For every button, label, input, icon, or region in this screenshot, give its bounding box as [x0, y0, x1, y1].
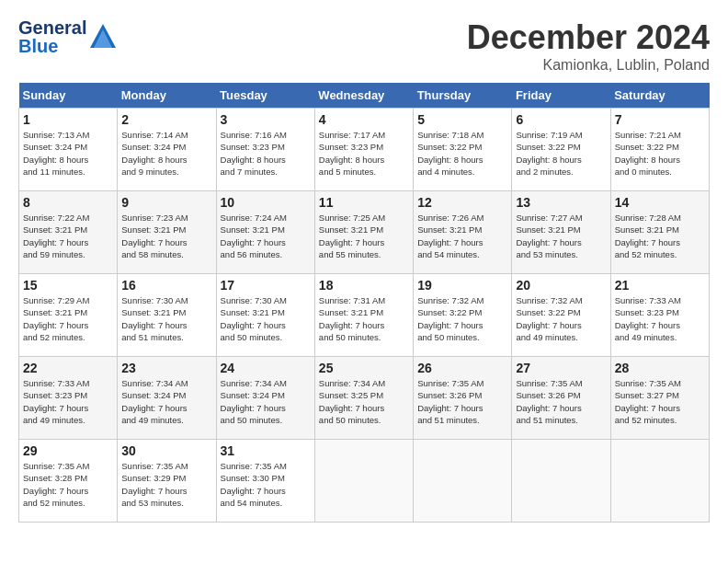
- day-info: Sunrise: 7:35 AM Sunset: 3:29 PM Dayligh…: [121, 460, 211, 509]
- day-number: 25: [319, 361, 409, 375]
- day-info: Sunrise: 7:30 AM Sunset: 3:21 PM Dayligh…: [221, 294, 311, 343]
- calendar-day-19: 19Sunrise: 7:32 AM Sunset: 3:22 PM Dayli…: [414, 274, 512, 357]
- day-number: 16: [121, 278, 211, 293]
- month-title: December 2024: [467, 18, 710, 57]
- calendar-day-25: 25Sunrise: 7:34 AM Sunset: 3:25 PM Dayli…: [314, 357, 413, 440]
- logo-line1: General: [18, 18, 86, 37]
- day-number: 29: [23, 443, 113, 458]
- calendar-day-21: 21Sunrise: 7:33 AM Sunset: 3:23 PM Dayli…: [610, 274, 709, 357]
- day-info: Sunrise: 7:21 AM Sunset: 3:22 PM Dayligh…: [615, 129, 705, 178]
- day-number: 11: [319, 195, 409, 210]
- day-number: 7: [615, 112, 705, 127]
- weekday-header-row: SundayMondayTuesdayWednesdayThursdayFrid…: [19, 83, 710, 109]
- calendar-day-empty: [512, 440, 610, 523]
- calendar-week-row: 8Sunrise: 7:22 AM Sunset: 3:21 PM Daylig…: [19, 191, 710, 274]
- day-info: Sunrise: 7:19 AM Sunset: 3:22 PM Dayligh…: [516, 129, 606, 178]
- day-info: Sunrise: 7:28 AM Sunset: 3:21 PM Dayligh…: [615, 212, 705, 260]
- logo-text: General Blue: [18, 18, 86, 55]
- calendar-day-22: 22Sunrise: 7:33 AM Sunset: 3:23 PM Dayli…: [19, 357, 118, 440]
- weekday-friday: Friday: [512, 83, 610, 109]
- day-number: 31: [221, 443, 311, 458]
- calendar-day-12: 12Sunrise: 7:26 AM Sunset: 3:21 PM Dayli…: [414, 191, 512, 274]
- day-number: 17: [221, 278, 311, 293]
- day-info: Sunrise: 7:16 AM Sunset: 3:23 PM Dayligh…: [221, 129, 311, 178]
- day-info: Sunrise: 7:35 AM Sunset: 3:26 PM Dayligh…: [516, 377, 606, 426]
- day-info: Sunrise: 7:33 AM Sunset: 3:23 PM Dayligh…: [23, 377, 113, 426]
- calendar-day-23: 23Sunrise: 7:34 AM Sunset: 3:24 PM Dayli…: [118, 357, 216, 440]
- weekday-saturday: Saturday: [610, 83, 709, 109]
- day-number: 21: [615, 278, 705, 293]
- calendar-day-30: 30Sunrise: 7:35 AM Sunset: 3:29 PM Dayli…: [118, 440, 216, 523]
- day-info: Sunrise: 7:29 AM Sunset: 3:21 PM Dayligh…: [23, 294, 113, 343]
- calendar-week-row: 1Sunrise: 7:13 AM Sunset: 3:24 PM Daylig…: [19, 109, 710, 191]
- calendar-day-24: 24Sunrise: 7:34 AM Sunset: 3:24 PM Dayli…: [216, 357, 314, 440]
- logo-line2: Blue: [18, 37, 86, 55]
- day-info: Sunrise: 7:24 AM Sunset: 3:21 PM Dayligh…: [221, 212, 311, 260]
- day-info: Sunrise: 7:34 AM Sunset: 3:24 PM Dayligh…: [121, 377, 211, 426]
- day-number: 27: [516, 361, 606, 375]
- weekday-wednesday: Wednesday: [314, 83, 413, 109]
- day-number: 15: [23, 278, 113, 293]
- day-info: Sunrise: 7:23 AM Sunset: 3:21 PM Dayligh…: [121, 212, 211, 260]
- day-info: Sunrise: 7:17 AM Sunset: 3:23 PM Dayligh…: [319, 129, 409, 178]
- calendar-day-empty: [314, 440, 413, 523]
- calendar-day-18: 18Sunrise: 7:31 AM Sunset: 3:21 PM Dayli…: [314, 274, 413, 357]
- location-title: Kamionka, Lublin, Poland: [467, 57, 710, 74]
- calendar-day-2: 2Sunrise: 7:14 AM Sunset: 3:24 PM Daylig…: [118, 109, 216, 191]
- day-info: Sunrise: 7:13 AM Sunset: 3:24 PM Dayligh…: [23, 129, 113, 178]
- day-number: 6: [516, 112, 606, 127]
- calendar-day-5: 5Sunrise: 7:18 AM Sunset: 3:22 PM Daylig…: [414, 109, 512, 191]
- weekday-tuesday: Tuesday: [216, 83, 314, 109]
- calendar-day-29: 29Sunrise: 7:35 AM Sunset: 3:28 PM Dayli…: [19, 440, 118, 523]
- day-number: 22: [23, 361, 113, 375]
- day-info: Sunrise: 7:26 AM Sunset: 3:21 PM Dayligh…: [417, 212, 507, 260]
- calendar-day-11: 11Sunrise: 7:25 AM Sunset: 3:21 PM Dayli…: [314, 191, 413, 274]
- calendar-day-empty: [414, 440, 512, 523]
- day-info: Sunrise: 7:30 AM Sunset: 3:21 PM Dayligh…: [121, 294, 211, 343]
- day-info: Sunrise: 7:32 AM Sunset: 3:22 PM Dayligh…: [516, 294, 606, 343]
- calendar-day-31: 31Sunrise: 7:35 AM Sunset: 3:30 PM Dayli…: [216, 440, 314, 523]
- weekday-sunday: Sunday: [19, 83, 118, 109]
- day-info: Sunrise: 7:35 AM Sunset: 3:26 PM Dayligh…: [417, 377, 507, 426]
- day-number: 20: [516, 278, 606, 293]
- day-number: 1: [23, 112, 113, 127]
- day-number: 5: [417, 112, 507, 127]
- day-number: 26: [417, 361, 507, 375]
- day-info: Sunrise: 7:33 AM Sunset: 3:23 PM Dayligh…: [615, 294, 705, 343]
- header: General Blue December 2024 Kamionka, Lub…: [18, 18, 710, 74]
- calendar-day-3: 3Sunrise: 7:16 AM Sunset: 3:23 PM Daylig…: [216, 109, 314, 191]
- day-number: 24: [221, 361, 311, 375]
- day-info: Sunrise: 7:34 AM Sunset: 3:24 PM Dayligh…: [221, 377, 311, 426]
- day-info: Sunrise: 7:31 AM Sunset: 3:21 PM Dayligh…: [319, 294, 409, 343]
- day-info: Sunrise: 7:27 AM Sunset: 3:21 PM Dayligh…: [516, 212, 606, 260]
- calendar-table: SundayMondayTuesdayWednesdayThursdayFrid…: [18, 83, 710, 523]
- day-number: 28: [615, 361, 705, 375]
- day-number: 12: [417, 195, 507, 210]
- day-info: Sunrise: 7:32 AM Sunset: 3:22 PM Dayligh…: [417, 294, 507, 343]
- calendar-day-empty: [610, 440, 709, 523]
- logo: General Blue: [18, 18, 118, 55]
- weekday-thursday: Thursday: [414, 83, 512, 109]
- day-number: 2: [121, 112, 211, 127]
- day-number: 4: [319, 112, 409, 127]
- calendar-day-6: 6Sunrise: 7:19 AM Sunset: 3:22 PM Daylig…: [512, 109, 610, 191]
- calendar-day-27: 27Sunrise: 7:35 AM Sunset: 3:26 PM Dayli…: [512, 357, 610, 440]
- calendar-week-row: 15Sunrise: 7:29 AM Sunset: 3:21 PM Dayli…: [19, 274, 710, 357]
- calendar-day-20: 20Sunrise: 7:32 AM Sunset: 3:22 PM Dayli…: [512, 274, 610, 357]
- day-number: 3: [221, 112, 311, 127]
- day-number: 13: [516, 195, 606, 210]
- title-area: December 2024 Kamionka, Lublin, Poland: [467, 18, 710, 74]
- day-number: 8: [23, 195, 113, 210]
- calendar-day-26: 26Sunrise: 7:35 AM Sunset: 3:26 PM Dayli…: [414, 357, 512, 440]
- day-number: 10: [221, 195, 311, 210]
- day-number: 19: [417, 278, 507, 293]
- calendar-day-17: 17Sunrise: 7:30 AM Sunset: 3:21 PM Dayli…: [216, 274, 314, 357]
- day-info: Sunrise: 7:35 AM Sunset: 3:28 PM Dayligh…: [23, 460, 113, 509]
- calendar-day-16: 16Sunrise: 7:30 AM Sunset: 3:21 PM Dayli…: [118, 274, 216, 357]
- day-number: 9: [121, 195, 211, 210]
- calendar-day-15: 15Sunrise: 7:29 AM Sunset: 3:21 PM Dayli…: [19, 274, 118, 357]
- logo-icon: [88, 22, 118, 52]
- calendar-day-7: 7Sunrise: 7:21 AM Sunset: 3:22 PM Daylig…: [610, 109, 709, 191]
- calendar-day-13: 13Sunrise: 7:27 AM Sunset: 3:21 PM Dayli…: [512, 191, 610, 274]
- calendar-day-9: 9Sunrise: 7:23 AM Sunset: 3:21 PM Daylig…: [118, 191, 216, 274]
